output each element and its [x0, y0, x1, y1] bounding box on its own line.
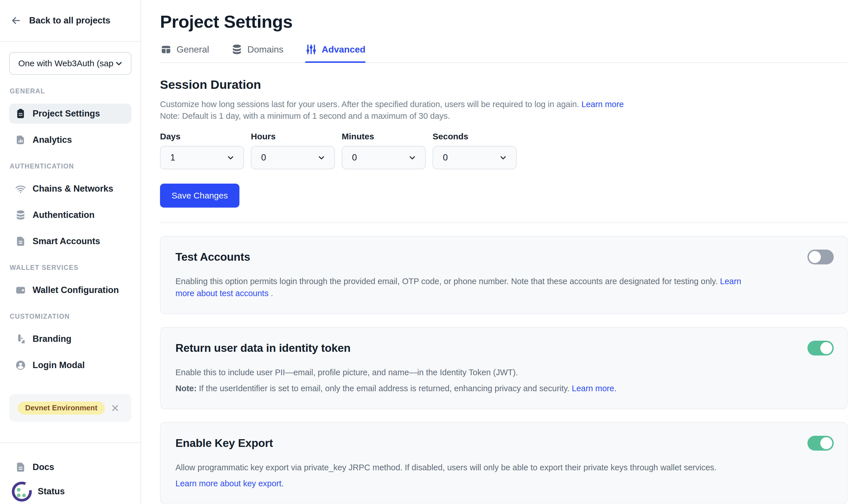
sidebar-item-label: Chains & Networks — [33, 184, 113, 194]
tab-general[interactable]: General — [160, 44, 209, 56]
identity-token-toggle[interactable] — [807, 341, 834, 356]
select-value: 0 — [443, 152, 448, 163]
field-label: Days — [160, 132, 244, 142]
devnet-environment-badge: Devnet Environment — [18, 402, 105, 415]
sidebar-item-chains-networks[interactable]: Chains & Networks — [9, 179, 131, 199]
user-circle-icon — [15, 359, 26, 371]
sidebar-footer: Docs Status — [0, 442, 141, 504]
sidebar-item-project-settings[interactable]: Project Settings — [9, 104, 131, 124]
note-text: If the userIdentifier is set to email, o… — [196, 384, 569, 393]
select-value: 1 — [170, 152, 175, 163]
card-text: Enable this to include user PII—email, p… — [176, 368, 518, 377]
footer-item-label: Status — [38, 486, 65, 496]
key-export-toggle[interactable] — [807, 436, 834, 451]
back-label: Back to all projects — [29, 15, 110, 26]
section-label-customization: CUSTOMIZATION — [10, 313, 131, 320]
days-select[interactable]: 1 — [160, 146, 244, 169]
sidebar: Back to all projects One with Web3Auth (… — [0, 0, 141, 504]
sidebar-item-authentication[interactable]: Authentication — [9, 205, 131, 225]
section-label-wallet-services: WALLET SERVICES — [10, 264, 131, 272]
tab-label: Advanced — [322, 44, 365, 55]
card-test-accounts: Test Accounts Enabling this option permi… — [160, 236, 848, 314]
seconds-select[interactable]: 0 — [433, 146, 517, 169]
test-accounts-toggle[interactable] — [807, 249, 834, 265]
paintbrush-icon — [15, 333, 26, 345]
card-title: Return user data in identity token — [176, 342, 350, 354]
field-minutes: Minutes 0 — [342, 132, 426, 169]
sidebar-item-analytics[interactable]: Analytics — [9, 130, 131, 150]
select-value: 0 — [261, 152, 266, 163]
toggle-knob — [820, 342, 832, 354]
card-text: Enabling this option permits login throu… — [176, 277, 718, 286]
main-content: Project Settings General Domains Advance… — [141, 0, 864, 504]
clipboard-icon — [15, 108, 26, 119]
sidebar-item-login-modal[interactable]: Login Modal — [9, 355, 131, 375]
analytics-chart-icon — [15, 134, 26, 146]
back-to-projects-button[interactable]: Back to all projects — [0, 0, 141, 42]
chevron-down-icon — [226, 153, 235, 162]
hours-select[interactable]: 0 — [251, 146, 335, 169]
tab-label: Domains — [248, 44, 284, 55]
learn-more-identity-link[interactable]: Learn more. — [572, 384, 616, 393]
session-duration-description: Customize how long sessions last for you… — [160, 99, 848, 110]
select-value: 0 — [352, 152, 357, 163]
sidebar-item-label: Wallet Configuration — [33, 285, 119, 295]
sliders-icon — [305, 44, 317, 56]
sidebar-item-docs[interactable]: Docs — [9, 457, 131, 477]
toggle-knob — [820, 437, 832, 449]
sidebar-item-label: Analytics — [33, 135, 72, 145]
card-identity-token: Return user data in identity token Enabl… — [160, 327, 848, 409]
field-days: Days 1 — [160, 132, 244, 169]
footer-item-label: Docs — [33, 462, 54, 472]
card-text: Allow programmatic key export via privat… — [176, 463, 717, 472]
tab-bar: General Domains Advanced — [160, 44, 848, 63]
card-title: Test Accounts — [176, 251, 250, 263]
session-duration-note: Note: Default is 1 day, with a minimum o… — [160, 110, 848, 122]
card-body: Enable this to include user PII—email, p… — [176, 366, 744, 394]
section-label-authentication: AUTHENTICATION — [10, 162, 131, 170]
database-icon — [15, 209, 26, 221]
tab-label: General — [177, 44, 209, 55]
card-body: Enabling this option permits login throu… — [176, 275, 744, 299]
minutes-select[interactable]: 0 — [342, 146, 426, 169]
field-hours: Hours 0 — [251, 132, 335, 169]
chevron-down-icon — [317, 153, 326, 162]
card-title: Enable Key Export — [176, 437, 273, 450]
cookie-icon — [10, 479, 35, 504]
duration-fields: Days 1 Hours 0 Minutes 0 Seconds 0 — [160, 132, 848, 169]
sidebar-item-label: Authentication — [33, 210, 95, 220]
field-label: Minutes — [342, 132, 426, 142]
sidebar-item-smart-accounts[interactable]: Smart Accounts — [9, 231, 131, 251]
tab-advanced[interactable]: Advanced — [305, 44, 365, 56]
wifi-icon — [15, 183, 26, 195]
sidebar-item-wallet-configuration[interactable]: Wallet Configuration — [9, 280, 131, 300]
arrow-left-icon — [10, 15, 22, 26]
description-text: Customize how long sessions last for you… — [160, 100, 579, 109]
devnet-environment-card: Devnet Environment — [9, 394, 131, 422]
chevron-down-icon — [114, 59, 123, 68]
sidebar-item-label: Smart Accounts — [33, 236, 100, 246]
page-title: Project Settings — [160, 11, 848, 32]
sidebar-item-label: Branding — [33, 334, 71, 344]
table-grid-icon — [160, 44, 172, 56]
doc-icon — [15, 462, 26, 473]
sidebar-item-status[interactable]: Status — [9, 479, 131, 504]
section-divider — [160, 222, 848, 223]
chevron-down-icon — [408, 153, 417, 162]
domains-database-icon — [231, 44, 243, 56]
close-icon[interactable] — [110, 403, 120, 413]
project-selector[interactable]: One with Web3Auth (sap — [9, 52, 131, 75]
sidebar-item-label: Login Modal — [33, 360, 85, 370]
learn-more-key-export-link[interactable]: Learn more about key export. — [176, 479, 284, 488]
tab-domains[interactable]: Domains — [231, 44, 284, 56]
save-changes-button[interactable]: Save Changes — [160, 184, 239, 208]
toggle-knob — [809, 251, 821, 263]
card-text-suffix: . — [268, 289, 273, 298]
field-label: Seconds — [433, 132, 517, 142]
sidebar-item-branding[interactable]: Branding — [9, 329, 131, 349]
field-seconds: Seconds 0 — [433, 132, 517, 169]
learn-more-link[interactable]: Learn more — [581, 100, 624, 109]
session-duration-title: Session Duration — [160, 78, 848, 92]
project-selector-value: One with Web3Auth (sap — [18, 59, 113, 68]
document-icon — [15, 236, 26, 247]
